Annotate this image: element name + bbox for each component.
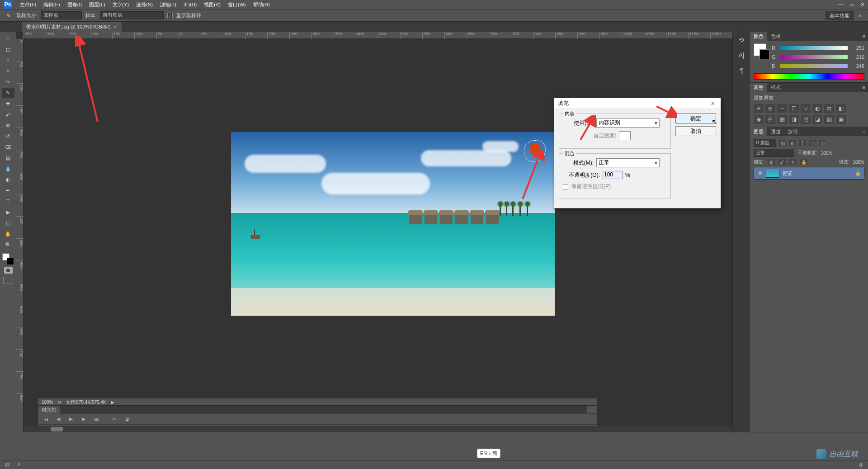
tab-channels[interactable]: 通道 <box>767 127 784 137</box>
footer-trash-icon[interactable]: 🗑 <box>857 462 864 468</box>
preserve-trans-checkbox[interactable] <box>563 184 568 189</box>
type-tool[interactable]: T <box>2 196 14 206</box>
dialog-close-button[interactable]: ✕ <box>709 99 717 108</box>
color-panel-menu-icon[interactable]: ≡ <box>860 33 868 39</box>
adj-curves-icon[interactable]: ~ <box>777 104 787 113</box>
crop-tool[interactable]: ✂ <box>2 77 14 87</box>
layers-menu-icon[interactable]: ≡ <box>860 129 868 134</box>
adj-hue-icon[interactable]: ◐ <box>812 104 822 113</box>
blur-tool[interactable]: 💧 <box>2 164 14 174</box>
color-swap[interactable] <box>2 253 14 265</box>
shape-tool[interactable]: ▢ <box>2 218 14 228</box>
tab-swatches[interactable]: 色板 <box>767 32 784 41</box>
close-doc-icon[interactable]: ✕ <box>113 24 117 29</box>
ok-button[interactable]: 确定 <box>675 114 716 123</box>
marquee-tool[interactable]: ◻ <box>2 44 14 54</box>
menu-type[interactable]: 文字(Y) <box>109 0 133 9</box>
path-select-tool[interactable]: ▶ <box>2 207 14 217</box>
hand-tool[interactable]: ✋ <box>2 229 14 239</box>
gradient-tool[interactable]: ▤ <box>2 153 14 163</box>
eraser-tool[interactable]: ⌫ <box>2 142 14 152</box>
eyedropper-tool-icon[interactable]: ✎ <box>4 11 13 20</box>
menu-help[interactable]: 帮助(H) <box>250 0 274 9</box>
footer-arrow-icon[interactable]: ↗ <box>14 462 22 468</box>
r-slider[interactable] <box>780 46 848 50</box>
sample-select[interactable]: 所有图层 <box>100 11 164 19</box>
fill-value[interactable]: 100% <box>853 160 864 165</box>
menu-file[interactable]: 文件(F) <box>16 0 40 9</box>
cancel-button[interactable]: 取消 <box>675 126 716 136</box>
history-brush-tool[interactable]: ↺ <box>2 131 14 141</box>
workspace-switcher[interactable]: 基本功能 <box>826 11 854 20</box>
layer-row[interactable]: 👁 背景 🔒 <box>754 167 864 179</box>
brush-tool[interactable]: 🖌 <box>2 109 14 119</box>
quick-mask-toggle[interactable] <box>3 267 13 274</box>
close-window-button[interactable]: ✕ <box>857 0 868 9</box>
show-sample-ring-checkbox[interactable]: ✓ <box>167 13 173 18</box>
history-panel-icon[interactable]: ⟲ <box>736 34 747 45</box>
r-value[interactable]: 251 <box>851 45 864 51</box>
maximize-button[interactable]: ▭ <box>846 0 857 9</box>
tl-next[interactable]: ▶ <box>80 416 88 423</box>
tl-transition-icon[interactable]: ◪ <box>123 416 131 423</box>
eyedropper-tool[interactable]: ✎ <box>2 88 14 98</box>
lock-paint-icon[interactable]: 🖌 <box>778 159 786 165</box>
timeline-tab-label[interactable]: 时间轴 <box>38 406 60 414</box>
ime-indicator[interactable]: EN ♪ 简 <box>477 449 500 458</box>
quick-select-tool[interactable]: ✧ <box>2 66 14 76</box>
mode-select[interactable]: 正常 <box>596 158 660 167</box>
tab-paths[interactable]: 路径 <box>784 127 802 137</box>
adj-photo-filter-icon[interactable]: ◉ <box>754 115 764 124</box>
tab-styles[interactable]: 样式 <box>767 83 784 92</box>
lasso-tool[interactable]: ⌇ <box>2 55 14 65</box>
fg-bg-swatch[interactable] <box>754 43 766 56</box>
b-value[interactable]: 248 <box>851 63 864 69</box>
adj-invert-icon[interactable]: ◨ <box>789 115 799 124</box>
menu-edit[interactable]: 编辑(E) <box>40 0 64 9</box>
tab-adjustments[interactable]: 调整 <box>750 83 767 92</box>
menu-view[interactable]: 视图(V) <box>200 0 224 9</box>
menu-3d[interactable]: 3D(D) <box>180 0 200 9</box>
filter-pixel-icon[interactable]: ▧ <box>779 140 786 146</box>
filter-type-icon[interactable]: T <box>799 140 806 146</box>
paragraph-panel-icon[interactable]: ¶ <box>736 65 747 76</box>
tl-last[interactable]: ⏭ <box>92 416 100 423</box>
character-panel-icon[interactable]: A| <box>736 50 747 61</box>
menu-window[interactable]: 窗口(W) <box>224 0 250 9</box>
menu-select[interactable]: 选择(S) <box>132 0 156 9</box>
screen-mode-toggle[interactable] <box>3 277 13 284</box>
opacity-input[interactable]: 100 <box>603 171 623 179</box>
use-select[interactable]: 内容识别 <box>596 118 660 128</box>
color-spectrum[interactable] <box>754 73 864 80</box>
adj-levels-icon[interactable]: ⊞ <box>765 104 775 113</box>
adj-posterize-icon[interactable]: ▤ <box>801 115 811 124</box>
lock-move-icon[interactable]: ✥ <box>789 159 797 165</box>
canvas-scrollbar[interactable] <box>24 426 732 432</box>
pen-tool[interactable]: ✒ <box>2 185 14 195</box>
adj-color-balance-icon[interactable]: ⚖ <box>824 104 834 113</box>
filter-adjust-icon[interactable]: ◐ <box>789 140 796 146</box>
adj-threshold-icon[interactable]: ◪ <box>812 115 822 124</box>
dodge-tool[interactable]: ◐ <box>2 175 14 185</box>
adj-brightness-icon[interactable]: ☀ <box>754 104 764 113</box>
zoom-icon[interactable]: ⟳ <box>58 400 61 405</box>
healing-brush-tool[interactable]: ✚ <box>2 99 14 109</box>
status-arrow-icon[interactable]: ▶ <box>111 400 114 405</box>
opacity-value[interactable]: 100% <box>821 151 833 156</box>
layer-thumbnail[interactable] <box>766 169 779 178</box>
g-slider[interactable] <box>780 55 848 59</box>
layer-name[interactable]: 背景 <box>782 170 792 177</box>
document-tab[interactable]: 带水印图片素材.jpg @ 100%(RGB/8#) ✕ <box>22 22 122 32</box>
timeline-menu-icon[interactable]: ≡ <box>587 406 597 413</box>
g-value[interactable]: 210 <box>851 54 864 60</box>
menu-filter[interactable]: 滤镜(T) <box>156 0 180 9</box>
lock-trans-icon[interactable]: ▦ <box>768 159 775 165</box>
filter-smart-icon[interactable]: ◫ <box>819 140 826 146</box>
tl-first[interactable]: ⏮ <box>42 416 50 423</box>
zoom-tool[interactable]: 🔍 <box>2 240 14 250</box>
workspace-menu-icon[interactable]: » <box>855 11 864 20</box>
adj-selective-color-icon[interactable]: ▣ <box>836 115 846 124</box>
document-canvas[interactable] <box>231 132 555 316</box>
b-slider[interactable] <box>780 64 848 68</box>
zoom-value[interactable]: 100% <box>42 400 53 405</box>
